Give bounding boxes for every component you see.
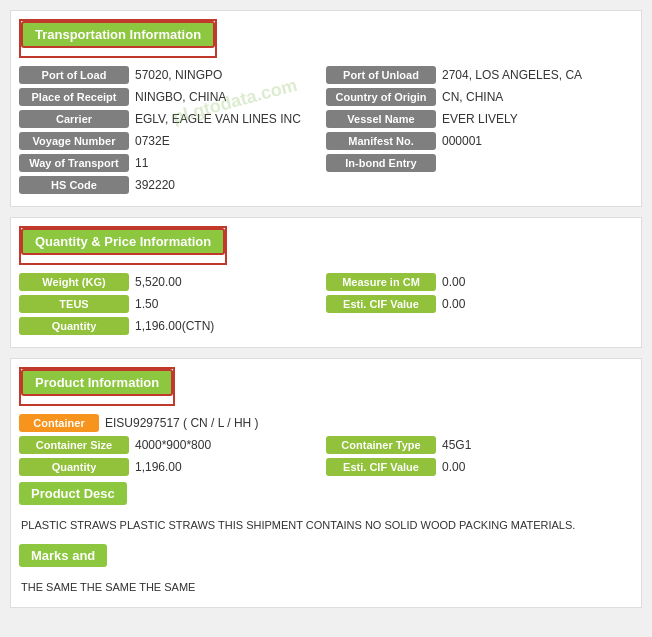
container-type-label: Container Type (326, 436, 436, 454)
carrier-label: Carrier (19, 110, 129, 128)
place-of-receipt-pair: Place of Receipt NINGBO, CHINA (19, 88, 326, 106)
product-quantity-pair: Quantity 1,196.00 (19, 458, 326, 476)
product-row-1: Container Size 4000*900*800 Container Ty… (19, 436, 633, 454)
container-size-value: 4000*900*800 (135, 438, 326, 452)
port-of-load-label: Port of Load (19, 66, 129, 84)
measure-value: 0.00 (442, 275, 633, 289)
container-row: Container EISU9297517 ( CN / L / HH ) (19, 414, 633, 432)
way-of-transport-pair: Way of Transport 11 (19, 154, 326, 172)
transport-row-5: Way of Transport 11 In-bond Entry (19, 154, 633, 172)
weight-pair: Weight (KG) 5,520.00 (19, 273, 326, 291)
voyage-number-value: 0732E (135, 134, 326, 148)
port-of-unload-label: Port of Unload (326, 66, 436, 84)
country-of-origin-value: CN, CHINA (442, 90, 633, 104)
voyage-number-pair: Voyage Number 0732E (19, 132, 326, 150)
marks-text: THE SAME THE SAME THE SAME (19, 575, 633, 600)
transport-row-6: HS Code 392220 (19, 176, 633, 194)
manifest-no-value: 000001 (442, 134, 633, 148)
port-of-load-pair: Port of Load 57020, NINGPO (19, 66, 326, 84)
container-value: EISU9297517 ( CN / L / HH ) (105, 416, 633, 430)
hs-code-label: HS Code (19, 176, 129, 194)
quantity-row-3: Quantity 1,196.00(CTN) (19, 317, 633, 335)
quantity-row-2: TEUS 1.50 Esti. CIF Value 0.00 (19, 295, 633, 313)
weight-value: 5,520.00 (135, 275, 326, 289)
quantity-section: Quantity & Price Information Weight (KG)… (10, 217, 642, 348)
quantity-label: Quantity (19, 317, 129, 335)
voyage-number-label: Voyage Number (19, 132, 129, 150)
in-bond-entry-pair: In-bond Entry (326, 154, 633, 172)
teus-pair: TEUS 1.50 (19, 295, 326, 313)
in-bond-entry-label: In-bond Entry (326, 154, 436, 172)
product-cif-value: 0.00 (442, 460, 633, 474)
transport-header: Transportation Information (21, 21, 215, 48)
measure-label: Measure in CM (326, 273, 436, 291)
container-type-value: 45G1 (442, 438, 633, 452)
port-of-unload-value: 2704, LOS ANGELES, CA (442, 68, 633, 82)
weight-label: Weight (KG) (19, 273, 129, 291)
product-desc-header-row: Product Desc (19, 482, 633, 509)
product-row-2: Quantity 1,196.00 Esti. CIF Value 0.00 (19, 458, 633, 476)
country-of-origin-pair: Country of Origin CN, CHINA (326, 88, 633, 106)
transport-section: Transportation Information Port of Load … (10, 10, 642, 207)
port-of-unload-pair: Port of Unload 2704, LOS ANGELES, CA (326, 66, 633, 84)
product-quantity-value: 1,196.00 (135, 460, 326, 474)
vessel-name-pair: Vessel Name EVER LIVELY (326, 110, 633, 128)
container-size-label: Container Size (19, 436, 129, 454)
way-of-transport-label: Way of Transport (19, 154, 129, 172)
hs-code-pair: HS Code 392220 (19, 176, 326, 194)
manifest-no-label: Manifest No. (326, 132, 436, 150)
transport-row-3: Carrier EGLV, EAGLE VAN LINES INC Vessel… (19, 110, 633, 128)
quantity-header: Quantity & Price Information (21, 228, 225, 255)
manifest-no-pair: Manifest No. 000001 (326, 132, 633, 150)
way-of-transport-value: 11 (135, 156, 326, 170)
place-of-receipt-value: NINGBO, CHINA (135, 90, 326, 104)
container-size-pair: Container Size 4000*900*800 (19, 436, 326, 454)
teus-value: 1.50 (135, 297, 326, 311)
product-desc-label: Product Desc (19, 482, 127, 505)
transport-row-2: Place of Receipt NINGBO, CHINA Country o… (19, 88, 633, 106)
carrier-value: EGLV, EAGLE VAN LINES INC (135, 112, 326, 126)
country-of-origin-label: Country of Origin (326, 88, 436, 106)
vessel-name-value: EVER LIVELY (442, 112, 633, 126)
measure-pair: Measure in CM 0.00 (326, 273, 633, 291)
product-quantity-label: Quantity (19, 458, 129, 476)
transport-row-4: Voyage Number 0732E Manifest No. 000001 (19, 132, 633, 150)
place-of-receipt-label: Place of Receipt (19, 88, 129, 106)
product-cif-label: Esti. CIF Value (326, 458, 436, 476)
carrier-pair: Carrier EGLV, EAGLE VAN LINES INC (19, 110, 326, 128)
marks-header-row: Marks and (19, 544, 633, 571)
product-cif-pair: Esti. CIF Value 0.00 (326, 458, 633, 476)
product-header: Product Information (21, 369, 173, 396)
container-label: Container (19, 414, 99, 432)
product-desc-text: PLASTIC STRAWS PLASTIC STRAWS THIS SHIPM… (19, 513, 633, 538)
teus-label: TEUS (19, 295, 129, 313)
marks-label: Marks and (19, 544, 107, 567)
vessel-name-label: Vessel Name (326, 110, 436, 128)
esti-cif-label: Esti. CIF Value (326, 295, 436, 313)
quantity-row-1: Weight (KG) 5,520.00 Measure in CM 0.00 (19, 273, 633, 291)
esti-cif-pair: Esti. CIF Value 0.00 (326, 295, 633, 313)
container-type-pair: Container Type 45G1 (326, 436, 633, 454)
hs-code-value: 392220 (135, 178, 326, 192)
port-of-load-value: 57020, NINGPO (135, 68, 326, 82)
esti-cif-value: 0.00 (442, 297, 633, 311)
quantity-pair: Quantity 1,196.00(CTN) (19, 317, 326, 335)
transport-row-1: Port of Load 57020, NINGPO Port of Unloa… (19, 66, 633, 84)
quantity-value: 1,196.00(CTN) (135, 319, 326, 333)
product-section: Product Information Container EISU929751… (10, 358, 642, 608)
